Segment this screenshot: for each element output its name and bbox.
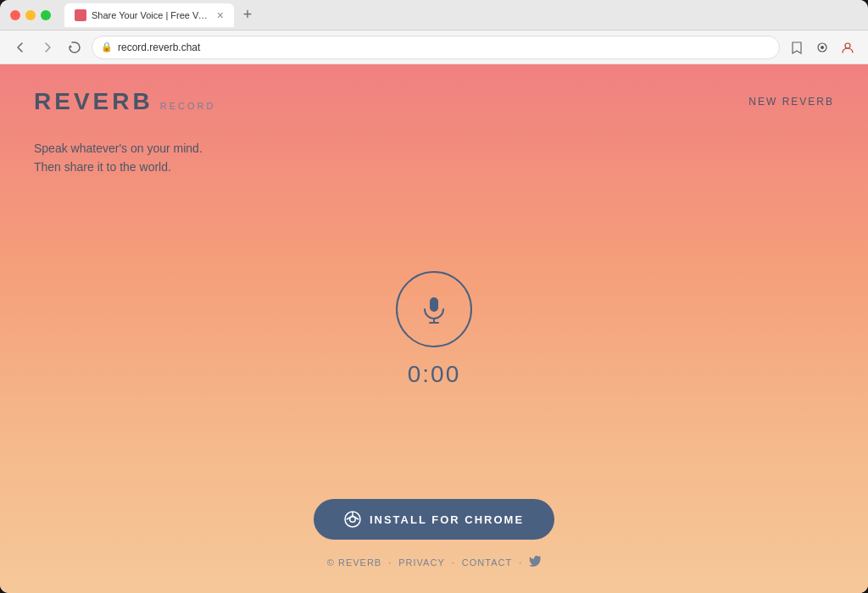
footer-dot-2: · [452, 557, 455, 568]
app-nav: REVERB RECORD NEW REVERB [0, 64, 868, 115]
footer-links: © REVERB · PRIVACY · CONTACT · [327, 555, 541, 569]
close-traffic-light[interactable] [10, 10, 20, 20]
back-button[interactable] [10, 37, 31, 58]
logo-sub: RECORD [160, 101, 216, 111]
toolbar-actions [787, 37, 858, 58]
address-bar[interactable]: 🔒 record.reverb.chat [92, 36, 780, 59]
browser-tabs: Share Your Voice | Free Voice N... × + [64, 3, 258, 27]
footer-area: INSTALL FOR CHROME © REVERB · PRIVACY · … [0, 499, 868, 593]
logo-main: REVERB [34, 88, 153, 115]
browser-window: Share Your Voice | Free Voice N... × + 🔒… [0, 0, 868, 593]
reload-button[interactable] [64, 37, 85, 58]
install-btn-label: INSTALL FOR CHROME [370, 513, 524, 526]
tab-title: Share Your Voice | Free Voice N... [92, 10, 212, 20]
traffic-lights [10, 10, 51, 20]
bookmark-icon[interactable] [787, 37, 807, 58]
app-content: REVERB RECORD NEW REVERB Speak whatever'… [0, 64, 868, 593]
new-reverb-link[interactable]: NEW REVERB [748, 96, 834, 108]
minimize-traffic-light[interactable] [25, 10, 36, 20]
profile-icon[interactable] [837, 37, 858, 58]
twitter-icon[interactable] [529, 555, 541, 569]
url-display: record.reverb.chat [118, 42, 200, 53]
svg-point-8 [350, 518, 354, 522]
extension-icon[interactable] [812, 37, 832, 58]
active-tab[interactable]: Share Your Voice | Free Voice N... × [64, 3, 234, 27]
svg-point-2 [845, 43, 850, 48]
footer-dot-3: · [519, 557, 522, 568]
footer-copyright: © REVERB [327, 557, 381, 568]
browser-toolbar: 🔒 record.reverb.chat [0, 30, 868, 64]
svg-rect-3 [430, 297, 438, 312]
tab-close-button[interactable]: × [217, 9, 224, 21]
install-chrome-button[interactable]: INSTALL FOR CHROME [314, 499, 554, 540]
maximize-traffic-light[interactable] [41, 10, 51, 20]
footer-privacy-link[interactable]: PRIVACY [398, 557, 444, 568]
lock-icon: 🔒 [101, 42, 113, 53]
logo-area: REVERB RECORD [34, 88, 215, 115]
tab-favicon [75, 9, 86, 21]
browser-titlebar: Share Your Voice | Free Voice N... × + [0, 0, 868, 30]
chrome-icon [344, 511, 361, 528]
tagline-line1: Speak whatever's on your mind. [34, 139, 834, 158]
svg-point-1 [821, 46, 824, 49]
main-area: 0:00 [0, 160, 868, 499]
new-tab-button[interactable]: + [237, 5, 258, 25]
forward-button[interactable] [37, 37, 58, 58]
footer-contact-link[interactable]: CONTACT [462, 557, 512, 568]
mic-icon [419, 294, 449, 324]
record-button[interactable] [396, 271, 472, 347]
timer-display: 0:00 [408, 361, 461, 388]
footer-dot-1: · [388, 557, 392, 568]
